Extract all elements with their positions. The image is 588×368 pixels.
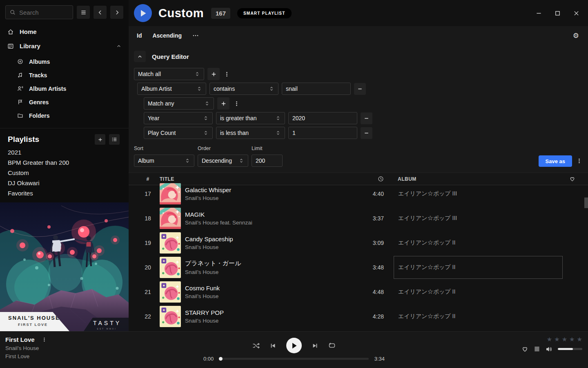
rule-field-select[interactable]: Play Count <box>144 127 213 139</box>
add-playlist-button[interactable] <box>95 134 105 145</box>
nav-forward-button[interactable] <box>110 6 123 19</box>
more-options-icon[interactable] <box>192 32 199 39</box>
search-box[interactable] <box>5 5 73 19</box>
playlist-item[interactable]: Favorites <box>0 188 129 198</box>
track-album-cell[interactable]: エイリアン☆ポップ II <box>394 231 563 254</box>
track-album-cell[interactable]: エイリアン☆ポップ II <box>394 280 563 303</box>
track-album-art <box>160 183 181 204</box>
group-menu-button[interactable] <box>233 97 240 110</box>
rule-operator-select[interactable]: is less than <box>216 127 285 139</box>
remove-rule-button[interactable] <box>361 127 372 139</box>
rule-operator-select[interactable]: contains <box>209 83 278 95</box>
add-rule-button[interactable] <box>217 97 229 110</box>
select-value: Year <box>148 115 159 121</box>
track-album-cell[interactable]: エイリアン☆ポップ II <box>394 305 563 328</box>
remove-rule-button[interactable] <box>354 83 366 95</box>
rating-star[interactable]: ★ <box>569 337 575 343</box>
playlist-item[interactable]: 2021 <box>0 147 129 157</box>
sort-field-control[interactable]: Id <box>137 32 142 39</box>
sidebar-item-library[interactable]: Library <box>0 39 129 53</box>
queue-button[interactable] <box>534 346 540 352</box>
window-minimize-button[interactable] <box>532 7 545 19</box>
track-row[interactable]: 18 MAGIK Snail’s House feat. Sennzai 3:3… <box>129 206 588 231</box>
cover-artist-banner: SNAIL'S HOUSE FIRST LOVE <box>0 312 69 331</box>
gear-icon[interactable]: ⚙ <box>573 32 579 39</box>
track-row[interactable]: 21 Cosmo Funk Snail’s House 4:48 エイリアン☆ポ… <box>129 280 588 304</box>
track-artist: Snail’s House <box>185 293 350 299</box>
next-track-button[interactable] <box>312 343 318 349</box>
match-type-select[interactable]: Match all <box>134 68 204 80</box>
favorite-button[interactable] <box>521 346 528 352</box>
main-content: Custom 167 SMART PLAYLIST Id Ascending ⚙ <box>129 0 588 331</box>
column-header-number[interactable]: # <box>129 176 160 182</box>
collapse-query-editor-button[interactable] <box>134 51 146 62</box>
track-rating: ★ ★ ★ ★ ★ <box>547 337 582 343</box>
add-rule-button[interactable] <box>207 68 220 80</box>
previous-track-button[interactable] <box>270 343 276 349</box>
repeat-button[interactable] <box>328 342 336 349</box>
save-as-button[interactable]: Save as <box>539 155 572 167</box>
query-menu-button[interactable] <box>575 155 583 167</box>
rule-value-input[interactable]: 2020 <box>288 112 357 124</box>
playlist-item[interactable]: DJ Okawari <box>0 178 129 188</box>
track-row[interactable]: 22 STARRY POP Snail’s House 4:28 エイリアン☆ポ… <box>129 304 588 329</box>
match-type-select[interactable]: Match any <box>144 97 214 110</box>
seek-bar[interactable] <box>219 358 368 360</box>
rule-field-select[interactable]: Year <box>144 112 213 124</box>
select-value: is greater than <box>220 115 257 121</box>
track-album-cell[interactable]: エイリアン☆ポップ III <box>394 207 563 230</box>
track-album-cell[interactable]: エイリアン☆ポップ III <box>394 182 563 205</box>
shuffle-button[interactable] <box>252 342 260 349</box>
chevron-up-icon <box>137 54 143 59</box>
group-menu-button[interactable] <box>223 68 230 80</box>
sidebar-item-tracks[interactable]: Tracks <box>0 68 129 82</box>
search-input[interactable] <box>19 9 64 16</box>
query-sort-select[interactable]: Album <box>134 155 194 167</box>
sidebar-item-albums[interactable]: Albums <box>0 55 129 68</box>
track-artist: Snail’s House <box>185 195 350 201</box>
select-spinner-icon <box>204 101 210 106</box>
window-close-button[interactable] <box>570 7 582 19</box>
rule-field-select[interactable]: Album Artist <box>137 83 206 95</box>
column-header-title[interactable]: TITLE <box>160 176 354 182</box>
rating-star[interactable]: ★ <box>547 337 552 343</box>
window-maximize-button[interactable] <box>551 7 564 19</box>
playlist-item[interactable]: Custom <box>0 168 129 178</box>
sidebar-item-home[interactable]: Home <box>0 25 129 39</box>
column-header-album[interactable]: ALBUM <box>387 176 567 182</box>
playlist-item[interactable]: BPM Greater than 200 <box>0 157 129 168</box>
sidebar-item-album-artists[interactable]: Album Artists <box>0 82 129 95</box>
sidebar-item-folders[interactable]: Folders <box>0 109 129 122</box>
volume-button[interactable] <box>546 346 552 352</box>
now-playing-menu-button[interactable] <box>42 337 47 343</box>
playlist-view-button[interactable] <box>109 134 120 145</box>
playback-section: 0:00 3:34 <box>203 337 385 362</box>
duration-column-clock-icon[interactable] <box>378 176 387 182</box>
chevron-up-icon[interactable] <box>116 44 121 49</box>
rule-value-input[interactable]: snail <box>282 83 351 95</box>
nav-back-button[interactable] <box>94 6 107 19</box>
play-pause-button[interactable] <box>286 338 302 353</box>
hamburger-menu-button[interactable] <box>77 6 90 19</box>
sort-direction-control[interactable]: Ascending <box>152 32 182 39</box>
sidebar-item-genres[interactable]: Genres <box>0 95 129 109</box>
track-row[interactable]: 17 Galactic Whisper Snail’s House 4:40 エ… <box>129 182 588 206</box>
plus-icon <box>211 71 217 77</box>
rating-star[interactable]: ★ <box>577 337 582 343</box>
rating-star[interactable]: ★ <box>562 337 567 343</box>
track-row[interactable]: 20 プラネット・ガール Snail’s House 3:48 エイリアン☆ポッ… <box>129 255 588 280</box>
remove-rule-button[interactable] <box>361 112 372 124</box>
smart-playlist-badge: SMART PLAYLIST <box>237 8 292 18</box>
track-row[interactable]: 19 Candy Spaceship Snail’s House 3:09 エイ… <box>129 231 588 255</box>
play-playlist-button[interactable] <box>134 4 152 22</box>
favorite-column-heart-icon[interactable] <box>567 176 588 182</box>
track-album-cell-focused[interactable]: エイリアン☆ポップ II <box>394 256 563 279</box>
query-limit-input[interactable]: 200 <box>252 155 283 167</box>
query-order-select[interactable]: Descending <box>198 155 248 167</box>
track-album-art <box>160 257 181 278</box>
rule-value-input[interactable]: 1 <box>288 127 357 139</box>
volume-slider[interactable] <box>558 348 582 350</box>
rule-operator-select[interactable]: is greater than <box>216 112 285 124</box>
rating-star[interactable]: ★ <box>554 337 559 343</box>
vertical-scrollbar-thumb[interactable] <box>584 197 588 208</box>
